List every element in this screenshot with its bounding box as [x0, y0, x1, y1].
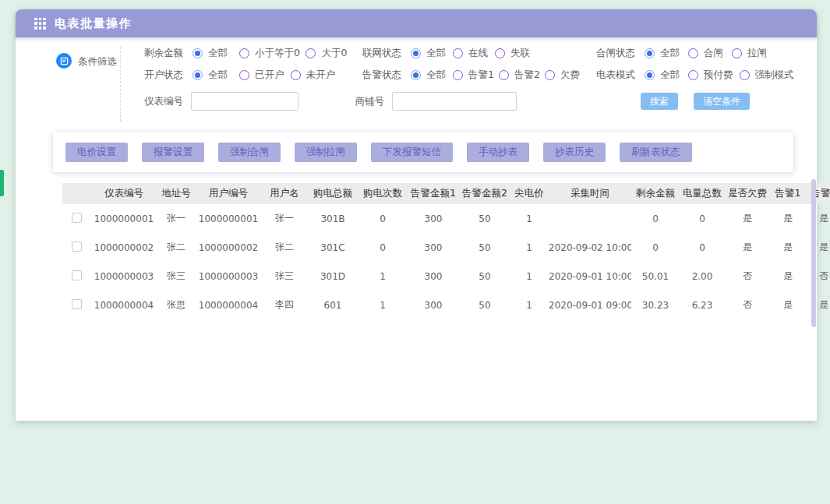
- table-cell: 50: [460, 262, 510, 291]
- radio-unselected-icon[interactable]: [291, 70, 301, 80]
- table-cell: 1000000002: [195, 233, 262, 262]
- radio-option-label: 全部: [660, 69, 680, 82]
- radio-option[interactable]: 失联: [495, 47, 531, 60]
- radio-unselected-icon[interactable]: [453, 48, 463, 58]
- filter-label: 合闸状态: [587, 47, 635, 60]
- radio-option[interactable]: 强制模式: [740, 69, 794, 82]
- radio-unselected-icon[interactable]: [495, 48, 505, 58]
- radio-option[interactable]: 未开户: [291, 69, 336, 82]
- radio-unselected-icon[interactable]: [688, 70, 698, 80]
- action-button-4[interactable]: 下发报警短信: [371, 143, 453, 162]
- action-button-6[interactable]: 抄表历史: [543, 143, 606, 162]
- table-cell: 张思: [157, 291, 195, 319]
- radio-option[interactable]: 全部: [645, 47, 682, 60]
- radio-dot: [413, 72, 419, 78]
- shop-no-input[interactable]: [392, 92, 517, 111]
- clear-filters-button[interactable]: 清空条件: [694, 93, 750, 110]
- table-cell: 301C: [307, 233, 358, 262]
- radio-selected-icon[interactable]: [645, 70, 655, 80]
- table-cell: 50: [460, 233, 510, 262]
- table-cell: 李四: [262, 291, 307, 319]
- page: 电表批量操作 条件筛选 剩余金额全部小于等于0大于0开户状态全部已开户未开户联网…: [0, 0, 830, 504]
- table-cell: 0: [680, 233, 725, 262]
- filter-row: 剩余金额全部小于等于0大于0: [135, 42, 353, 64]
- radio-option[interactable]: 告警2: [499, 69, 539, 82]
- radio-unselected-icon[interactable]: [306, 48, 316, 58]
- radio-option[interactable]: 全部: [192, 47, 233, 60]
- table-cell: 301B: [307, 204, 358, 233]
- row-checkbox[interactable]: [72, 213, 82, 223]
- search-button[interactable]: 搜索: [641, 93, 678, 110]
- radio-option[interactable]: 合闸: [688, 47, 726, 60]
- table-cell: 是: [770, 233, 806, 262]
- radio-unselected-icon[interactable]: [239, 70, 249, 80]
- column-header: 购电次数: [358, 183, 407, 204]
- action-button-5[interactable]: 手动抄表: [467, 143, 529, 162]
- radio-option[interactable]: 预付费: [688, 69, 733, 82]
- radio-option-label: 欠费: [560, 69, 580, 82]
- radio-dot: [647, 51, 652, 56]
- action-button-0[interactable]: 电价设置: [65, 143, 128, 162]
- filter-group-1: 联网状态全部在线失联告警状态全部告警1告警2欠费: [353, 42, 587, 86]
- radio-unselected-icon[interactable]: [740, 70, 750, 80]
- radio-option[interactable]: 已开户: [239, 69, 284, 82]
- radio-option[interactable]: 大于0: [306, 47, 347, 60]
- table-cell: 否: [725, 262, 770, 291]
- column-header: 采集时间: [549, 183, 631, 204]
- action-button-7[interactable]: 刷新表状态: [620, 143, 692, 162]
- column-header: 尖电价: [510, 183, 549, 204]
- row-checkbox[interactable]: [72, 270, 82, 280]
- radio-option-label: 全部: [208, 47, 228, 60]
- table-header-row: 仪表编号地址号用户编号用户名购电总额购电次数告警金额1告警金额2尖电价采集时间剩…: [62, 183, 830, 204]
- table-cell: 2020-09-01 10:00: [549, 262, 631, 291]
- column-header: 告警2: [806, 183, 830, 204]
- filter-label: 电表模式: [587, 69, 635, 82]
- radio-option[interactable]: 拉闸: [732, 47, 769, 60]
- table-cell: 300: [407, 233, 460, 262]
- radio-selected-icon[interactable]: [411, 48, 421, 58]
- table-cell: 否: [806, 262, 830, 291]
- table-cell: 1000000004: [90, 291, 157, 319]
- radio-unselected-icon[interactable]: [499, 70, 509, 80]
- action-button-2[interactable]: 强制合闸: [218, 143, 281, 162]
- radio-option[interactable]: 小于等于0: [239, 47, 299, 60]
- row-checkbox[interactable]: [72, 299, 82, 309]
- radio-option-label: 预付费: [704, 69, 733, 82]
- filter-row: 告警状态全部告警1告警2欠费: [353, 64, 587, 86]
- table-cell: 是: [770, 262, 806, 291]
- radio-unselected-icon[interactable]: [688, 48, 698, 58]
- radio-selected-icon[interactable]: [192, 70, 203, 80]
- meter-no-input[interactable]: [191, 92, 298, 111]
- radio-option-label: 在线: [468, 47, 488, 60]
- table-cell: 50.01: [631, 262, 680, 291]
- shop-no-label: 商铺号: [336, 95, 384, 108]
- filter-controls: 剩余金额全部小于等于0大于0开户状态全部已开户未开户联网状态全部在线失联告警状态…: [135, 42, 817, 122]
- radio-option-label: 强制模式: [755, 69, 794, 82]
- action-button-1[interactable]: 报警设置: [142, 143, 204, 162]
- radio-option[interactable]: 欠费: [545, 69, 581, 82]
- radio-selected-icon[interactable]: [645, 48, 655, 58]
- radio-unselected-icon[interactable]: [453, 70, 463, 80]
- radio-option[interactable]: 全部: [645, 69, 682, 82]
- radio-option[interactable]: 在线: [453, 47, 489, 60]
- radio-unselected-icon[interactable]: [732, 48, 742, 58]
- table-scrollbar[interactable]: [811, 179, 816, 327]
- radio-option[interactable]: 全部: [411, 69, 447, 82]
- table-cell: 是: [806, 291, 830, 319]
- radio-option[interactable]: 全部: [411, 47, 447, 60]
- table-cell: 张三: [157, 262, 195, 291]
- action-toolbar: 电价设置报警设置强制合闸强制拉闸下发报警短信手动抄表抄表历史刷新表状态: [53, 132, 793, 172]
- radio-unselected-icon[interactable]: [239, 48, 249, 58]
- radio-option[interactable]: 全部: [192, 69, 233, 82]
- table-row: 1000000004张思1000000004李四60113005012020-0…: [62, 291, 830, 319]
- row-checkbox[interactable]: [72, 241, 82, 252]
- radio-unselected-icon[interactable]: [545, 70, 555, 80]
- table-cell: 张一: [262, 204, 307, 233]
- side-drawer-handle[interactable]: [0, 170, 4, 196]
- action-button-3[interactable]: 强制拉闸: [295, 143, 357, 162]
- radio-selected-icon[interactable]: [411, 70, 421, 80]
- table-cell: 0: [631, 204, 680, 233]
- radio-option[interactable]: 告警1: [453, 69, 493, 82]
- table-cell: 50: [460, 204, 510, 233]
- radio-selected-icon[interactable]: [192, 48, 203, 58]
